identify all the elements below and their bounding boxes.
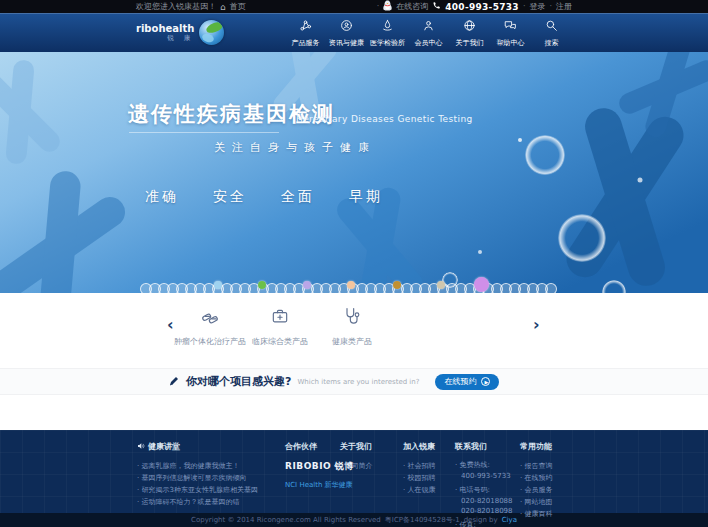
nav-item-search[interactable]: 搜索 (531, 17, 572, 48)
feature-safe: 安全 (213, 188, 247, 206)
footer-col-title: 联系我们 (455, 441, 513, 452)
nav-label: 资讯与健康 (329, 38, 364, 48)
contact-phone-label: 电话号码: (455, 485, 513, 496)
interest-question-en: Which items are you interested in? (297, 378, 419, 386)
footer-col-functions: 常用功能 报告查询 在线预约 会员服务 网站地图 健康百科 (520, 441, 552, 520)
online-consult-link[interactable]: 在线咨询 (396, 1, 428, 12)
hero-subtitle-en: Hereditary Diseases Genetic Testing (296, 114, 473, 124)
stethoscope-icon (342, 306, 362, 330)
footer-link-online-booking[interactable]: 在线预约 (520, 472, 552, 484)
nav-item-products[interactable]: 产品服务 (285, 17, 326, 48)
separator: · (523, 2, 526, 11)
molecule-icon (299, 17, 312, 36)
home-link[interactable]: 首页 (230, 1, 246, 12)
chat-icon (504, 17, 517, 36)
globe-logo-icon (199, 20, 224, 45)
footer-col-health-class: 健康讲堂 远离乳腺癌，我的健康我做主！ 基因序列信息解读可显示疾病倾向 研究揭示… (137, 441, 258, 508)
nav-label: 医学检验所 (370, 38, 405, 48)
spacer (0, 395, 708, 430)
main-nav: ribohealth 锐 康 产品服务 资讯与健康 医学检验所 (0, 13, 708, 52)
phone-icon (432, 1, 441, 12)
feature-comprehensive: 全面 (281, 188, 315, 206)
hotline-number: 400-993-5733 (445, 2, 519, 12)
footer-col-join: 加入锐康 社会招聘 校园招聘 人在锐康 (403, 441, 435, 496)
pills-icon (200, 306, 220, 330)
footer-link-member-service[interactable]: 会员服务 (520, 484, 552, 496)
feature-early: 早期 (349, 188, 383, 206)
footer-link-life-at-company[interactable]: 人在锐康 (403, 484, 435, 496)
login-link[interactable]: 登录 (529, 1, 545, 12)
droplet-icon (381, 17, 394, 36)
copyright-text: Copyright © 2014 Ricongene.com All Right… (191, 516, 381, 524)
separator: · (549, 2, 552, 11)
pen-icon (168, 372, 180, 391)
nav-item-about-us[interactable]: 关于我们 (449, 17, 490, 48)
footer-link-sitemap[interactable]: 网站地图 (520, 496, 552, 508)
footer-article-link[interactable]: 运动障碍不给力？或是基因的错 (137, 496, 258, 508)
feature-accurate: 准确 (145, 188, 179, 206)
hero-artwork (0, 52, 708, 293)
footer-col-title: 常用功能 (520, 441, 552, 452)
partner-nci-health-logo[interactable]: NCI Health 新华健康 (285, 480, 354, 490)
arrow-circle-icon: ▶ (481, 377, 490, 386)
footer-article-link[interactable]: 远离乳腺癌，我的健康我做主！ (137, 460, 258, 472)
register-link[interactable]: 注册 (556, 1, 572, 12)
hero-banner: 遗传性疾病基因检测 Hereditary Diseases Genetic Te… (0, 52, 708, 293)
page: 欢迎您进入锐康基因！ ⌂ 首页 · 在线咨询 400-993-5733 · 登录… (0, 0, 708, 527)
hero-underline (129, 132, 279, 133)
footer-link-company-profile[interactable]: 公司简介 (340, 460, 372, 472)
nav-label: 搜索 (545, 38, 559, 48)
carousel-next-button[interactable]: › (533, 317, 540, 333)
online-booking-button[interactable]: 在线预约 ▶ (435, 374, 499, 390)
bubble-row (0, 277, 708, 293)
footer-article-link[interactable]: 基因序列信息解读可显示疾病倾向 (137, 472, 258, 484)
home-icon: ⌂ (220, 2, 226, 12)
footer-col-title: 加入锐康 (403, 441, 435, 452)
footer-col-contact: 联系我们 免费热线: 400-993-5733 电话号码: 020-820180… (455, 441, 513, 527)
globe-icon (463, 17, 476, 36)
footer-col-about: 关于我们 公司简介 (340, 441, 372, 472)
copyright-bar: Copyright © 2014 Ricongene.com All Right… (0, 513, 708, 527)
nav-item-news-health[interactable]: 资讯与健康 (326, 17, 367, 48)
interest-question: 你对哪个项目感兴趣? (186, 374, 291, 389)
contact-fax-label: 传真: (455, 520, 513, 527)
nav-item-help-center[interactable]: 帮助中心 (490, 17, 531, 48)
medkit-icon (270, 306, 290, 330)
footer-article-link[interactable]: 研究揭示3种东亚女性乳腺癌相关基因 (137, 484, 258, 496)
icp-number: 粤ICP备14094528号-1 (385, 515, 460, 525)
member-icon (422, 17, 435, 36)
search-icon (545, 17, 558, 36)
product-carousel: ‹ › 肿瘤个体化治疗产品 临床综合类产品 健康类产品 (0, 293, 708, 368)
footer-link-health-wiki[interactable]: 健康百科 (520, 508, 552, 520)
footer-link-campus-recruit[interactable]: 校园招聘 (403, 472, 435, 484)
hero-tagline: 关注自身与孩子健康 (214, 140, 376, 155)
interest-bar: 你对哪个项目感兴趣? Which items are you intereste… (0, 368, 708, 395)
footer-col-title: 健康讲堂 (148, 441, 180, 452)
brand-name: ribohealth (136, 23, 194, 34)
footer: 健康讲堂 远离乳腺癌，我的健康我做主！ 基因序列信息解读可显示疾病倾向 研究揭示… (0, 430, 708, 513)
qq-icon (383, 0, 392, 13)
footer-link-social-recruit[interactable]: 社会招聘 (403, 460, 435, 472)
contact-hotline-label: 免费热线: (455, 460, 513, 471)
separator: · (377, 2, 380, 11)
hero-features: 准确 安全 全面 早期 (145, 188, 383, 206)
contact-hotline-number: 400-993-5733 (455, 471, 513, 481)
top-utility-bar: 欢迎您进入锐康基因！ ⌂ 首页 · 在线咨询 400-993-5733 · 登录… (0, 0, 708, 13)
nav-label: 关于我们 (456, 38, 484, 48)
service-icon (340, 17, 353, 36)
footer-col-title: 关于我们 (340, 441, 372, 452)
nav-label: 帮助中心 (497, 38, 525, 48)
contact-phone-number: 020-82018098 (455, 506, 513, 516)
product-category-health[interactable]: 健康类产品 (297, 306, 407, 347)
booking-button-label: 在线预约 (444, 376, 476, 387)
contact-phone-number: 020-82018088 (455, 496, 513, 506)
welcome-text: 欢迎您进入锐康基因！ (136, 1, 216, 12)
product-category-label: 健康类产品 (332, 336, 372, 347)
nav-item-medical-lab[interactable]: 医学检验所 (367, 17, 408, 48)
brand-logo[interactable]: ribohealth 锐 康 (136, 20, 224, 45)
nav-label: 产品服务 (292, 38, 320, 48)
nav-item-member-center[interactable]: 会员中心 (408, 17, 449, 48)
footer-link-report-query[interactable]: 报告查询 (520, 460, 552, 472)
brand-cn: 锐 康 (136, 34, 194, 43)
speaker-icon (137, 442, 145, 452)
